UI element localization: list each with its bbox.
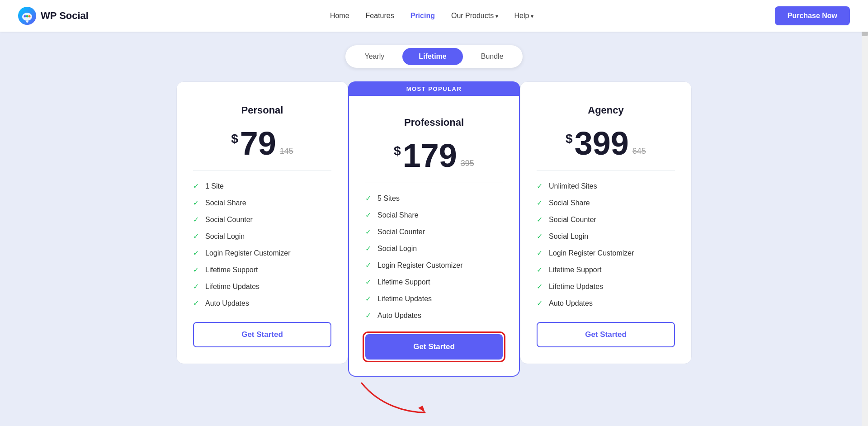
nav-help[interactable]: Help [514, 12, 533, 20]
personal-feature-5: ✓Login Register Customizer [193, 249, 331, 257]
svg-point-2 [24, 15, 26, 18]
agency-feature-2: ✓Social Share [537, 199, 675, 207]
check-icon: ✓ [193, 299, 199, 308]
logo-text: WP Social [41, 10, 89, 22]
professional-feature-2: ✓Social Share [365, 211, 503, 219]
nav-products[interactable]: Our Products [451, 12, 498, 20]
check-icon: ✓ [365, 244, 371, 253]
nav-features[interactable]: Features [366, 12, 394, 20]
check-icon: ✓ [365, 294, 371, 303]
professional-dollar-sign: $ [394, 144, 401, 158]
check-icon: ✓ [537, 199, 542, 207]
arrow-annotation [353, 374, 434, 417]
logo[interactable]: WP Social [18, 7, 89, 25]
personal-price: 79 [240, 127, 276, 160]
personal-dollar-sign: $ [231, 132, 238, 146]
pricing-cards: Personal $ 79 145 ✓1 Site ✓Social Share … [0, 81, 868, 377]
agency-get-started-button[interactable]: Get Started [537, 322, 675, 347]
logo-icon [18, 7, 36, 25]
navbar: WP Social Home Features Pricing Our Prod… [0, 0, 868, 32]
professional-feature-7: ✓Lifetime Updates [365, 294, 503, 303]
agency-feature-3: ✓Social Counter [537, 215, 675, 224]
main-nav: Home Features Pricing Our Products Help [330, 12, 533, 20]
agency-plan-title: Agency [537, 104, 675, 116]
professional-plan-card: MOST POPULAR Professional $ 179 395 ✓5 S… [348, 81, 520, 377]
personal-plan-title: Personal [193, 104, 331, 116]
professional-features: ✓5 Sites ✓Social Share ✓Social Counter ✓… [365, 194, 503, 320]
agency-plan-card: Agency $ 399 645 ✓Unlimited Sites ✓Socia… [520, 81, 692, 364]
purchase-now-button[interactable]: Purchase Now [775, 6, 850, 25]
personal-plan-card: Personal $ 79 145 ✓1 Site ✓Social Share … [176, 81, 348, 364]
agency-price: 399 [575, 127, 629, 160]
agency-feature-1: ✓Unlimited Sites [537, 182, 675, 190]
personal-original-price: 145 [280, 147, 293, 156]
nav-pricing[interactable]: Pricing [410, 12, 435, 20]
scrollbar-track[interactable] [862, 0, 868, 426]
nav-home[interactable]: Home [330, 12, 349, 20]
professional-price: 179 [403, 139, 457, 172]
check-icon: ✓ [193, 282, 199, 291]
tabs-wrapper: Yearly Lifetime Bundle [345, 45, 522, 68]
professional-feature-1: ✓5 Sites [365, 194, 503, 203]
check-icon: ✓ [537, 182, 542, 190]
main-content: Yearly Lifetime Bundle Personal $ 79 145… [0, 32, 868, 426]
check-icon: ✓ [193, 265, 199, 274]
check-icon: ✓ [365, 278, 371, 286]
agency-feature-5: ✓Login Register Customizer [537, 249, 675, 257]
professional-feature-3: ✓Social Counter [365, 227, 503, 236]
personal-feature-4: ✓Social Login [193, 232, 331, 241]
svg-point-4 [28, 15, 31, 18]
professional-price-block: $ 179 395 [365, 139, 503, 183]
personal-feature-6: ✓Lifetime Support [193, 265, 331, 274]
check-icon: ✓ [537, 215, 542, 224]
professional-get-started-button[interactable]: Get Started [365, 334, 503, 360]
professional-original-price: 395 [461, 159, 474, 168]
check-icon: ✓ [193, 182, 199, 190]
professional-feature-8: ✓Auto Updates [365, 311, 503, 320]
tab-bundle[interactable]: Bundle [465, 48, 520, 65]
professional-btn-wrapper: Get Started [365, 334, 503, 360]
check-icon: ✓ [537, 299, 542, 308]
agency-features: ✓Unlimited Sites ✓Social Share ✓Social C… [537, 182, 675, 308]
svg-point-3 [26, 15, 28, 18]
agency-original-price: 645 [632, 147, 646, 156]
pricing-tabs: Yearly Lifetime Bundle [0, 45, 868, 68]
check-icon: ✓ [365, 211, 371, 219]
check-icon: ✓ [365, 194, 371, 203]
personal-feature-3: ✓Social Counter [193, 215, 331, 224]
check-icon: ✓ [193, 232, 199, 241]
svg-marker-6 [418, 406, 425, 412]
personal-feature-2: ✓Social Share [193, 199, 331, 207]
professional-plan-title: Professional [365, 117, 503, 128]
tab-yearly[interactable]: Yearly [348, 48, 401, 65]
personal-feature-1: ✓1 Site [193, 182, 331, 190]
check-icon: ✓ [365, 227, 371, 236]
tab-lifetime[interactable]: Lifetime [402, 48, 462, 65]
agency-feature-4: ✓Social Login [537, 232, 675, 241]
check-icon: ✓ [537, 282, 542, 291]
check-icon: ✓ [193, 249, 199, 257]
agency-dollar-sign: $ [566, 132, 573, 146]
professional-feature-6: ✓Lifetime Support [365, 278, 503, 286]
check-icon: ✓ [193, 215, 199, 224]
most-popular-badge: MOST POPULAR [348, 82, 520, 96]
personal-feature-7: ✓Lifetime Updates [193, 282, 331, 291]
personal-get-started-button[interactable]: Get Started [193, 322, 331, 347]
agency-feature-8: ✓Auto Updates [537, 299, 675, 308]
professional-feature-4: ✓Social Login [365, 244, 503, 253]
agency-feature-7: ✓Lifetime Updates [537, 282, 675, 291]
check-icon: ✓ [537, 232, 542, 241]
personal-features: ✓1 Site ✓Social Share ✓Social Counter ✓S… [193, 182, 331, 308]
check-icon: ✓ [193, 199, 199, 207]
check-icon: ✓ [537, 249, 542, 257]
agency-feature-6: ✓Lifetime Support [537, 265, 675, 274]
personal-feature-8: ✓Auto Updates [193, 299, 331, 308]
check-icon: ✓ [537, 265, 542, 274]
check-icon: ✓ [365, 311, 371, 320]
agency-price-block: $ 399 645 [537, 127, 675, 171]
professional-feature-5: ✓Login Register Customizer [365, 261, 503, 270]
personal-price-block: $ 79 145 [193, 127, 331, 171]
check-icon: ✓ [365, 261, 371, 270]
